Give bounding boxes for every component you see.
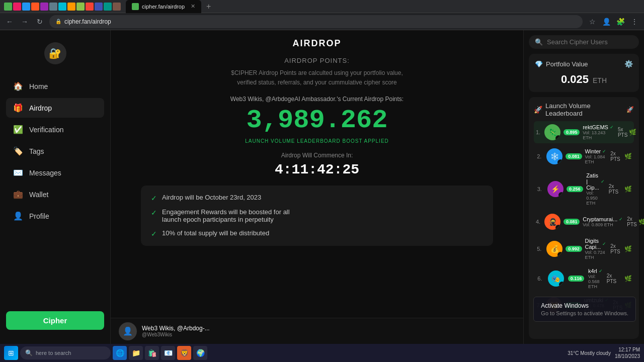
lb-score-2: 0.081 — [566, 153, 582, 159]
verified-icon: ✓ — [602, 241, 606, 246]
lb-name-2: Winter ✓ — [585, 148, 606, 154]
verification-icon: ✅ — [13, 125, 23, 134]
messages-label: Messages — [29, 169, 61, 177]
check-icon-2: ✓ — [151, 209, 157, 217]
lb-info-6: k4rl ✓ Vol: 0.568 ETH — [588, 268, 603, 289]
nav-actions: ☆ 👤 🧩 ⋮ — [587, 16, 640, 27]
lb-rank-3: 3. — [536, 186, 543, 192]
lb-avatar-6: 🎭 ✓ — [548, 270, 564, 287]
user-info: Web3 Wikis, @Arbdog-... @Web3Wikis — [142, 325, 515, 337]
forward-button[interactable]: → — [19, 16, 30, 27]
lb-info-2: Winter ✓ Vol: 1.084 ETH — [585, 148, 606, 164]
taskbar-brave-icon[interactable]: 🦁 — [177, 346, 191, 360]
settings-icon[interactable]: ⚙️ — [624, 60, 633, 68]
taskbar-search[interactable]: 🔍 here to search — [20, 346, 111, 359]
browser-tabs: cipher.fan/airdrop ✕ + — [0, 0, 644, 13]
lb-rank-1: 1. — [536, 129, 540, 135]
sidebar-item-home[interactable]: 🏠 Home — [6, 76, 104, 96]
leaderboard-item-5[interactable]: 5. 💰 ✓ 0.992 Digits Capi... ✓ Vol: 0.724… — [534, 235, 634, 263]
taskbar-chrome-icon[interactable]: 🌍 — [193, 346, 207, 360]
lb-score-3: 0.256 — [567, 186, 583, 192]
lb-rank-2: 2. — [536, 153, 542, 159]
airdrop-icon: 🎁 — [13, 103, 23, 113]
leaderboard-item-4[interactable]: 4. 🥷 ✓ 0.081 Cryptamurai... ✓ Vol: 0.809… — [534, 211, 634, 233]
lb-rank-5: 5. — [536, 246, 542, 252]
airdrop-points-label: AIRDROP POINTS: — [141, 57, 493, 64]
main-content: AIRDROP AIRDROP POINTS: $CIPHER Airdrop … — [111, 30, 523, 344]
tags-label: Tags — [29, 147, 44, 155]
check-icon-3: ✓ — [151, 230, 157, 238]
rocket-icon-2: 🚀 — [626, 106, 634, 113]
taskbar-file-icon[interactable]: 📁 — [129, 346, 143, 360]
portfolio-currency: ETH — [593, 76, 607, 84]
rocket-icon: 🚀 — [534, 106, 542, 114]
lb-vol-3: Vol: 0.950 ETH — [586, 191, 605, 206]
sidebar: 🔐 🏠 Home 🎁 Airdrop ✅ Verification 🏷️ — [0, 30, 111, 344]
lb-name-4: Cryptamurai... ✓ — [583, 216, 623, 222]
portfolio-card: 💎 Portfolio Value ⚙️ 0.025 ETH — [529, 54, 639, 92]
sidebar-item-tags[interactable]: 🏷️ Tags — [6, 141, 104, 161]
messages-icon: ✉️ — [13, 168, 23, 177]
leaderboard-title: Launch Volume Leaderboard — [545, 102, 623, 117]
back-button[interactable]: ← — [4, 16, 15, 27]
wallet-icon: 💼 — [13, 190, 23, 199]
address-bar[interactable]: 🔒 cipher.fan/airdrop — [49, 15, 583, 28]
lb-avatar-2: ❄️ ✓ — [546, 148, 562, 164]
sidebar-item-messages[interactable]: ✉️ Messages — [6, 163, 104, 183]
sidebar-item-wallet[interactable]: 💼 Wallet — [6, 185, 104, 204]
cipher-button[interactable]: Cipher — [6, 311, 104, 330]
weather-label: 31°C Mostly cloudy — [568, 350, 611, 356]
active-tab[interactable]: cipher.fan/airdrop ✕ — [126, 0, 201, 13]
tab-close-icon[interactable]: ✕ — [191, 3, 195, 10]
profile-icon[interactable]: 👤 — [601, 16, 612, 27]
countdown-label: Airdrop Will Commence In: — [141, 152, 493, 159]
taskbar-mail-icon[interactable]: 📧 — [161, 346, 175, 360]
lb-rank-6: 6. — [536, 276, 544, 282]
lb-vol-2: Vol: 1.084 ETH — [585, 154, 606, 164]
user-bar: 👤 Web3 Wikis, @Arbdog-... @Web3Wikis — [111, 318, 523, 344]
portfolio-value: 0.025 — [561, 73, 589, 86]
lb-score-6: 0.116 — [568, 276, 585, 282]
bookmark-icon[interactable]: ☆ — [587, 16, 598, 27]
activate-subtitle: Go to Settings to activate Windows. — [541, 310, 628, 316]
verified-icon: ✓ — [601, 179, 605, 184]
lb-rank-4: 4. — [536, 219, 540, 225]
taskbar-edge-icon[interactable]: 🌐 — [113, 346, 127, 360]
search-input[interactable] — [547, 38, 633, 46]
leaderboard-item-2[interactable]: 2. ❄️ ✓ 0.081 Winter ✓ Vol: 1.084 ETH 2x… — [534, 145, 634, 167]
browser-nav: ← → ↻ 🔒 cipher.fan/airdrop ☆ 👤 🧩 ⋮ — [0, 13, 644, 30]
lb-vol-4: Vol: 0.809 ETH — [583, 222, 623, 227]
lb-info-3: Zatis | Cip... ✓ Vol: 0.950 ETH — [586, 172, 605, 206]
lb-info-1: rektGEMS ✓ Vol: 13.243 ETH — [583, 124, 614, 140]
reload-button[interactable]: ↻ — [34, 16, 45, 27]
portfolio-icon: 💎 — [535, 60, 543, 68]
lb-score-1: 0.895 — [564, 129, 580, 135]
checklist-text-3: 10% of total supply will be distributed — [162, 229, 269, 237]
lb-avatar-3: ⚡ ✓ — [547, 181, 564, 197]
sidebar-item-verification[interactable]: ✅ Verification — [6, 120, 104, 139]
user-name: Web3 Wikis, @Arbdog-... — [142, 325, 515, 332]
countdown-value: 4:11:42:25 — [141, 162, 493, 177]
sidebar-item-profile[interactable]: 👤 Profile — [6, 206, 104, 226]
taskbar: ⊞ 🔍 here to search 🌐 📁 🛍️ 📧 🦁 🌍 31°C Mos… — [0, 344, 644, 362]
tags-icon: 🏷️ — [13, 146, 23, 156]
sidebar-item-airdrop[interactable]: 🎁 Airdrop — [6, 98, 104, 118]
taskbar-search-label: here to search — [36, 350, 71, 356]
lb-name-5: Digits Capi... ✓ — [585, 238, 606, 250]
extensions-icon[interactable]: 🧩 — [615, 16, 626, 27]
sidebar-logo: 🔐 — [0, 38, 110, 72]
portfolio-header: 💎 Portfolio Value ⚙️ — [535, 60, 633, 68]
leaderboard-item-1[interactable]: 1. 🦎 ✓ 0.895 rektGEMS ✓ Vol: 13.243 ETH … — [534, 121, 634, 143]
new-tab-button[interactable]: + — [206, 2, 211, 11]
lb-info-5: Digits Capi... ✓ Vol: 0.724 ETH — [585, 238, 606, 260]
lb-pts-6: 2x PTS 🌿 — [607, 273, 632, 284]
leaderboard-item-6[interactable]: 6. 🎭 ✓ 0.116 k4rl ✓ Vol: 0.568 ETH 2x PT… — [534, 265, 634, 292]
lb-vol-6: Vol: 0.568 ETH — [588, 274, 603, 289]
search-box[interactable]: 🔍 — [529, 35, 639, 49]
menu-icon[interactable]: ⋮ — [629, 16, 640, 27]
taskbar-store-icon[interactable]: 🛍️ — [145, 346, 159, 360]
checklist-text-2: Engagement Rewards will be boosted for a… — [162, 208, 290, 223]
leaderboard-item-3[interactable]: 3. ⚡ ✓ 0.256 Zatis | Cip... ✓ Vol: 0.950… — [534, 169, 634, 209]
start-button[interactable]: ⊞ — [4, 346, 18, 360]
checklist-item-1: ✓ Airdrop will be October 23rd, 2023 — [151, 194, 483, 202]
